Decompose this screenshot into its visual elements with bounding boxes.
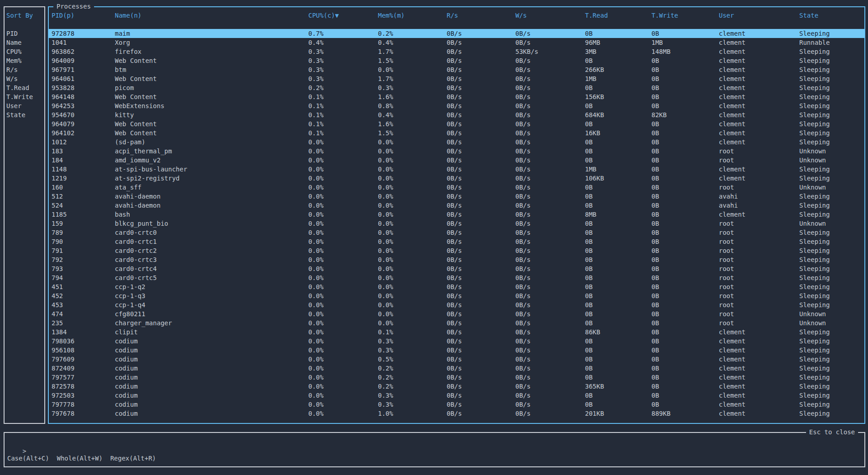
- cell-name: avahi-daemon: [115, 201, 160, 210]
- cell-twrite: 0B: [651, 201, 659, 210]
- table-row[interactable]: 972878maim0.7%0.2%0B/s0B/s0B0BclementSle…: [49, 29, 864, 38]
- cell-rps: 0B/s: [447, 101, 462, 110]
- sort-item-r-s[interactable]: R/s: [6, 65, 18, 74]
- cell-mem: 0.2%: [378, 382, 393, 391]
- column-header-user[interactable]: User: [719, 11, 734, 20]
- cell-pid: 452: [52, 291, 63, 300]
- table-row[interactable]: 798036codium0.0%0.3%0B/s0B/s0B0BclementS…: [49, 337, 864, 346]
- cell-state: Sleeping: [799, 409, 830, 418]
- table-row[interactable]: 972503codium0.0%0.3%0B/s0B/s0B0BclementS…: [49, 391, 864, 400]
- cell-user: clement: [719, 56, 745, 65]
- table-row[interactable]: 452ccp-1-q30.0%0.0%0B/s0B/s0B0BrootSleep…: [49, 291, 864, 300]
- cell-user: root: [719, 300, 734, 309]
- table-row[interactable]: 512avahi-daemon0.0%0.0%0B/s0B/s0B0Bavahi…: [49, 192, 864, 201]
- column-header-twrite[interactable]: T.Write: [651, 11, 678, 20]
- cell-cpu: 0.0%: [308, 337, 324, 346]
- table-row[interactable]: 964079Web Content0.1%1.6%0B/s0B/s0B0Bcle…: [49, 119, 864, 128]
- cell-name: at-spi-bus-launcher: [115, 165, 187, 174]
- cell-rps: 0B/s: [447, 264, 462, 273]
- table-row[interactable]: 1148at-spi-bus-launcher0.0%0.0%0B/s0B/s1…: [49, 165, 864, 174]
- sort-item-pid[interactable]: PID: [6, 29, 18, 38]
- search-input[interactable]: >: [7, 437, 30, 446]
- cell-pid: 954670: [52, 110, 75, 119]
- table-row[interactable]: 872578codium0.0%0.2%0B/s0B/s365KB0Bcleme…: [49, 382, 864, 391]
- table-row[interactable]: 790card0-crtc10.0%0.0%0B/s0B/s0B0BrootSl…: [49, 237, 864, 246]
- sort-item-t-read[interactable]: T.Read: [6, 83, 29, 92]
- table-row[interactable]: 451ccp-1-q20.0%0.0%0B/s0B/s0B0BrootSleep…: [49, 282, 864, 291]
- cell-tread: 0B: [585, 346, 593, 355]
- cell-rps: 0B/s: [447, 364, 462, 373]
- table-row[interactable]: 797609codium0.0%0.5%0B/s0B/s0B0BclementS…: [49, 355, 864, 364]
- table-row[interactable]: 159blkcg_punt_bio0.0%0.0%0B/s0B/s0B0Broo…: [49, 219, 864, 228]
- search-panel: Esc to close > Case(Alt+C)Whole(Alt+W)Re…: [4, 432, 865, 467]
- cell-user: clement: [719, 210, 745, 219]
- table-row[interactable]: 183acpi_thermal_pm0.0%0.0%0B/s0B/s0B0Bro…: [49, 147, 864, 156]
- cell-wps: 0B/s: [515, 147, 531, 156]
- table-row[interactable]: 1041Xorg0.4%0.4%0B/s0B/s96MB1MBclementRu…: [49, 38, 864, 47]
- table-row[interactable]: 453ccp-1-q40.0%0.0%0B/s0B/s0B0BrootSleep…: [49, 300, 864, 309]
- table-row[interactable]: 797678codium0.0%1.0%0B/s0B/s201KB889KBcl…: [49, 409, 864, 418]
- column-header-cpu[interactable]: CPU%(c)▼: [308, 11, 339, 20]
- cell-cpu: 0.0%: [308, 255, 324, 264]
- column-header-wps[interactable]: W/s: [515, 11, 527, 20]
- table-row[interactable]: 964102Web Content0.1%1.5%0B/s0B/s16KB0Bc…: [49, 128, 864, 138]
- cell-name: acpi_thermal_pm: [115, 147, 172, 156]
- table-row[interactable]: 956108codium0.0%0.3%0B/s0B/s0B0BclementS…: [49, 346, 864, 355]
- table-row[interactable]: 235charger_manager0.0%0.0%0B/s0B/s0B0Bro…: [49, 318, 864, 328]
- table-row[interactable]: 954670kitty0.1%0.4%0B/s0B/s684KB82KBclem…: [49, 110, 864, 119]
- sort-item-state[interactable]: State: [6, 110, 25, 119]
- table-row[interactable]: 1012(sd-pam)0.0%0.0%0B/s0B/s0B0BclementS…: [49, 138, 864, 147]
- table-row[interactable]: 967971btm0.3%0.0%0B/s0B/s266KB0BclementS…: [49, 65, 864, 74]
- search-option-case[interactable]: Case(Alt+C): [7, 454, 49, 463]
- sort-item-user[interactable]: User: [6, 101, 22, 110]
- sort-item-t-write[interactable]: T.Write: [6, 92, 33, 101]
- table-row[interactable]: 964009Web Content0.3%1.5%0B/s0B/s0B0Bcle…: [49, 56, 864, 65]
- table-row[interactable]: 953828picom0.2%0.3%0B/s0B/s0B0BclementSl…: [49, 83, 864, 92]
- cell-twrite: 0B: [651, 192, 659, 201]
- cell-user: clement: [719, 65, 745, 74]
- column-header-tread[interactable]: T.Read: [585, 11, 608, 20]
- cell-user: root: [719, 273, 734, 282]
- cell-twrite: 0B: [651, 337, 659, 346]
- sort-item-cpu-[interactable]: CPU%: [6, 47, 22, 56]
- table-row[interactable]: 160ata_sff0.0%0.0%0B/s0B/s0B0BrootUnknow…: [49, 183, 864, 192]
- cell-user: clement: [719, 355, 745, 364]
- cell-state: Sleeping: [799, 101, 830, 110]
- table-row[interactable]: 964148Web Content0.1%1.6%0B/s0B/s156KB0B…: [49, 92, 864, 101]
- table-row[interactable]: 791card0-crtc20.0%0.0%0B/s0B/s0B0BrootSl…: [49, 246, 864, 255]
- cell-rps: 0B/s: [447, 74, 462, 83]
- column-header-state[interactable]: State: [799, 11, 818, 20]
- table-row[interactable]: 1219at-spi2-registryd0.0%0.0%0B/s0B/s106…: [49, 174, 864, 183]
- cell-state: Sleeping: [799, 119, 830, 128]
- table-row[interactable]: 1384clipit0.0%0.1%0B/s0B/s86KB0BclementS…: [49, 328, 864, 337]
- column-header-rps[interactable]: R/s: [447, 11, 458, 20]
- table-row[interactable]: 524avahi-daemon0.0%0.0%0B/s0B/s0B0Bavahi…: [49, 201, 864, 210]
- cell-user: clement: [719, 337, 745, 346]
- table-row[interactable]: 792card0-crtc30.0%0.0%0B/s0B/s0B0BrootSl…: [49, 255, 864, 264]
- table-row[interactable]: 793card0-crtc40.0%0.0%0B/s0B/s0B0BrootSl…: [49, 264, 864, 273]
- table-row[interactable]: 797577codium0.0%0.2%0B/s0B/s0B0BclementS…: [49, 373, 864, 382]
- column-header-mem[interactable]: Mem%(m): [378, 11, 405, 20]
- cell-cpu: 0.0%: [308, 192, 324, 201]
- sort-item-w-s[interactable]: W/s: [6, 74, 18, 83]
- sort-item-name[interactable]: Name: [6, 38, 22, 47]
- sort-item-mem-[interactable]: Mem%: [6, 56, 22, 65]
- table-row[interactable]: 794card0-crtc50.0%0.0%0B/s0B/s0B0BrootSl…: [49, 273, 864, 282]
- column-header-pid[interactable]: PID(p): [52, 11, 75, 20]
- table-row[interactable]: 964061Web Content0.3%1.7%0B/s0B/s1MB0Bcl…: [49, 74, 864, 83]
- cell-state: Sleeping: [799, 56, 830, 65]
- table-row[interactable]: 1185bash0.0%0.0%0B/s0B/s8MB0BclementSlee…: [49, 210, 864, 219]
- cell-cpu: 0.1%: [308, 110, 324, 119]
- table-row[interactable]: 872409codium0.0%0.2%0B/s0B/s0B0BclementS…: [49, 364, 864, 373]
- cell-wps: 0B/s: [515, 219, 531, 228]
- table-row[interactable]: 474cfg802110.0%0.0%0B/s0B/s0B0BrootUnkno…: [49, 309, 864, 318]
- search-option-whole[interactable]: Whole(Alt+W): [57, 454, 103, 463]
- table-row[interactable]: 964253WebExtensions0.1%0.8%0B/s0B/s0B0Bc…: [49, 101, 864, 110]
- table-row[interactable]: 184amd_iommu_v20.0%0.0%0B/s0B/s0B0BrootU…: [49, 156, 864, 165]
- search-option-regex[interactable]: Regex(Alt+R): [110, 454, 156, 463]
- table-row[interactable]: 789card0-crtc00.0%0.0%0B/s0B/s0B0BrootSl…: [49, 228, 864, 237]
- cell-rps: 0B/s: [447, 300, 462, 309]
- table-row[interactable]: 797778codium0.0%0.3%0B/s0B/s0B0BclementS…: [49, 400, 864, 409]
- table-row[interactable]: 963862firefox0.3%1.7%0B/s53KB/s3MB148MBc…: [49, 47, 864, 56]
- column-header-name[interactable]: Name(n): [115, 11, 142, 20]
